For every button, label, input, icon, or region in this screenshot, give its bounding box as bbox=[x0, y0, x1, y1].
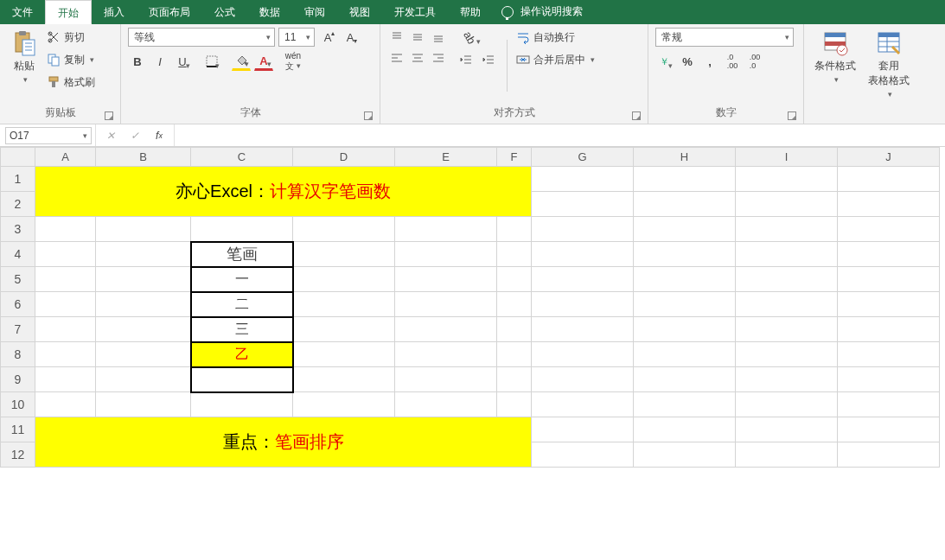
col-header[interactable]: G bbox=[532, 148, 634, 167]
cell[interactable] bbox=[293, 367, 395, 392]
format-as-table-button[interactable]: 套用 表格格式 bbox=[865, 28, 913, 100]
cell[interactable] bbox=[395, 317, 497, 342]
tbl-cell-highlight[interactable]: 乙 bbox=[191, 342, 293, 367]
banner-title-1[interactable]: 亦心Excel：计算汉字笔画数 bbox=[35, 167, 532, 217]
tab-layout[interactable]: 页面布局 bbox=[137, 0, 202, 24]
col-header[interactable]: H bbox=[634, 148, 736, 167]
cell[interactable] bbox=[838, 442, 940, 468]
underline-button[interactable]: U bbox=[173, 52, 192, 71]
cell[interactable] bbox=[532, 317, 634, 342]
number-format-combo[interactable]: 常规 bbox=[655, 28, 794, 47]
cell[interactable] bbox=[634, 167, 736, 192]
cell[interactable] bbox=[395, 242, 497, 267]
cell[interactable] bbox=[838, 342, 940, 367]
tab-home[interactable]: 开始 bbox=[45, 0, 92, 24]
percent-button[interactable]: % bbox=[678, 52, 697, 71]
cell[interactable] bbox=[35, 267, 96, 292]
cell[interactable] bbox=[838, 217, 940, 242]
row-header[interactable]: 8 bbox=[1, 342, 35, 367]
cell[interactable] bbox=[96, 317, 191, 342]
cell[interactable] bbox=[497, 392, 532, 417]
cell[interactable] bbox=[293, 242, 395, 267]
cell[interactable] bbox=[532, 442, 634, 468]
number-dialog-launcher[interactable] bbox=[788, 111, 796, 120]
cell[interactable] bbox=[35, 242, 96, 267]
cell[interactable] bbox=[736, 367, 838, 392]
cell[interactable] bbox=[736, 417, 838, 442]
row-header[interactable]: 7 bbox=[1, 317, 35, 342]
cell[interactable] bbox=[532, 167, 634, 192]
cell[interactable] bbox=[736, 167, 838, 192]
tbl-cell[interactable]: 二 bbox=[191, 292, 293, 317]
cell[interactable] bbox=[395, 342, 497, 367]
cell[interactable] bbox=[634, 417, 736, 442]
align-right-button[interactable] bbox=[429, 48, 448, 67]
wrap-text-button[interactable]: 自动换行 bbox=[516, 28, 595, 47]
cell[interactable] bbox=[497, 242, 532, 267]
cell[interactable] bbox=[838, 317, 940, 342]
formula-input[interactable] bbox=[175, 124, 945, 146]
row-header[interactable]: 6 bbox=[1, 292, 35, 317]
cell[interactable] bbox=[96, 267, 191, 292]
row-header[interactable]: 2 bbox=[1, 192, 35, 217]
cell[interactable] bbox=[96, 292, 191, 317]
tell-me-search[interactable]: 操作说明搜索 bbox=[493, 4, 591, 19]
cell[interactable] bbox=[293, 342, 395, 367]
decrease-decimal-button[interactable]: .00.0 bbox=[745, 52, 764, 71]
worksheet-grid[interactable]: A B C D E F G H I J 1 亦心Excel：计算汉字笔画数 2 … bbox=[0, 147, 945, 560]
col-header[interactable]: F bbox=[497, 148, 532, 167]
accounting-format-button[interactable]: ￥ bbox=[655, 52, 674, 71]
align-dialog-launcher[interactable] bbox=[632, 111, 641, 120]
clipboard-dialog-launcher[interactable] bbox=[105, 111, 113, 120]
cell[interactable] bbox=[497, 217, 532, 242]
font-dialog-launcher[interactable] bbox=[364, 111, 373, 120]
align-top-button[interactable] bbox=[387, 28, 406, 47]
cell[interactable] bbox=[395, 392, 497, 417]
bold-button[interactable]: B bbox=[128, 52, 147, 71]
tab-review[interactable]: 审阅 bbox=[292, 0, 337, 24]
comma-button[interactable]: , bbox=[700, 52, 719, 71]
col-header[interactable]: E bbox=[395, 148, 497, 167]
row-header[interactable]: 1 bbox=[1, 167, 35, 192]
cell[interactable] bbox=[736, 342, 838, 367]
orientation-button[interactable]: ab bbox=[457, 28, 482, 47]
row-header[interactable]: 4 bbox=[1, 242, 35, 267]
cell[interactable] bbox=[497, 267, 532, 292]
tbl-cell[interactable] bbox=[191, 367, 293, 392]
cell[interactable] bbox=[838, 192, 940, 217]
paste-button[interactable]: 粘贴 bbox=[7, 28, 42, 86]
fill-color-button[interactable] bbox=[232, 52, 251, 71]
tab-help[interactable]: 帮助 bbox=[448, 0, 493, 24]
italic-button[interactable]: I bbox=[150, 52, 169, 71]
cell[interactable] bbox=[634, 217, 736, 242]
cell[interactable] bbox=[497, 342, 532, 367]
cell[interactable] bbox=[497, 292, 532, 317]
cell[interactable] bbox=[838, 392, 940, 417]
cell[interactable] bbox=[838, 292, 940, 317]
col-header[interactable]: J bbox=[838, 148, 940, 167]
cell[interactable] bbox=[634, 192, 736, 217]
cell[interactable] bbox=[96, 242, 191, 267]
cell[interactable] bbox=[191, 217, 293, 242]
cell[interactable] bbox=[532, 242, 634, 267]
enter-formula-button[interactable]: ✓ bbox=[124, 124, 146, 146]
format-painter-button[interactable]: 格式刷 bbox=[47, 73, 95, 92]
row-header[interactable]: 11 bbox=[1, 417, 35, 442]
font-color-button[interactable]: A bbox=[254, 52, 273, 71]
col-header[interactable]: B bbox=[96, 148, 191, 167]
row-header[interactable]: 3 bbox=[1, 217, 35, 242]
cell[interactable] bbox=[532, 392, 634, 417]
copy-button[interactable]: 复制 bbox=[47, 50, 95, 69]
cell[interactable] bbox=[96, 367, 191, 392]
cell[interactable] bbox=[736, 192, 838, 217]
cell[interactable] bbox=[293, 392, 395, 417]
cell[interactable] bbox=[497, 317, 532, 342]
cell[interactable] bbox=[634, 267, 736, 292]
cell[interactable] bbox=[497, 367, 532, 392]
cell[interactable] bbox=[838, 417, 940, 442]
cell[interactable] bbox=[293, 217, 395, 242]
cell[interactable] bbox=[532, 292, 634, 317]
cell[interactable] bbox=[35, 292, 96, 317]
indent-increase-button[interactable] bbox=[479, 50, 498, 69]
font-name-combo[interactable]: 等线 bbox=[128, 28, 275, 47]
